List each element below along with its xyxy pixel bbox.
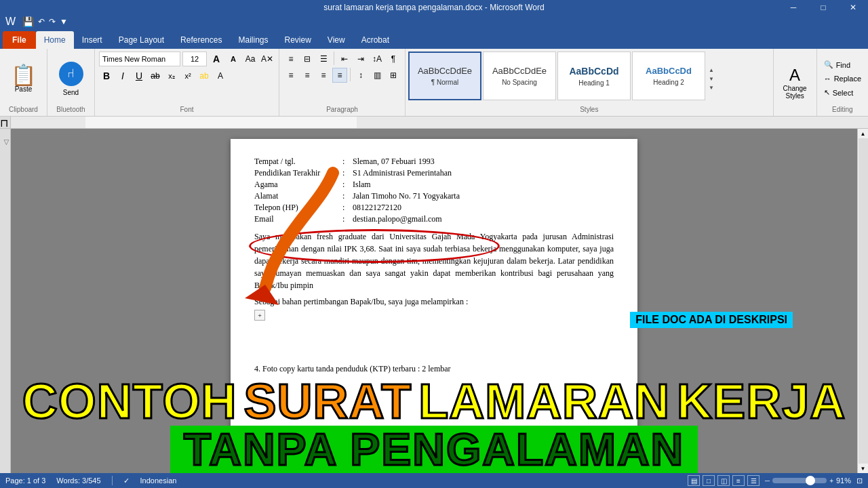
sort-btn[interactable]: ↕A [370, 52, 384, 66]
bluetooth-icon-btn[interactable]: ⑁ [59, 62, 83, 86]
bluetooth-icon: ⑁ [67, 66, 75, 81]
words-info: Words: 3/545 [56, 476, 100, 485]
styles-group: AaBbCcDdEe ¶ Normal AaBbCcDdEe No Spacin… [406, 49, 774, 116]
tab-review[interactable]: Review [276, 31, 319, 49]
style-no-spacing[interactable]: AaBbCcDdEe No Spacing [483, 52, 556, 100]
select-btn[interactable]: ↖ Select [821, 87, 864, 98]
editing-group: 🔍 Find ↔ Replace ↖ Select Editing [817, 49, 868, 116]
style-normal[interactable]: AaBbCcDdEe ¶ Normal [408, 52, 481, 100]
numbering-btn[interactable]: ⊟ [300, 52, 315, 66]
tab-page-layout[interactable]: Page Layout [111, 31, 172, 49]
align-right-btn[interactable]: ≡ [316, 68, 331, 83]
styles-scroller[interactable]: ▲ ▼ ▼ [707, 52, 716, 106]
increase-font-btn[interactable]: A [209, 52, 224, 66]
align-left-btn[interactable]: ≡ [283, 68, 298, 83]
clear-format-btn[interactable]: A✕ [260, 52, 275, 66]
tab-view[interactable]: View [319, 31, 353, 49]
view-buttons: ▤ □ ◫ ≡ ☰ [688, 475, 760, 486]
minimize-btn[interactable]: ─ [778, 0, 808, 15]
save-qat-btn[interactable]: 💾 [22, 16, 34, 27]
align-center-btn[interactable]: ≡ [300, 68, 315, 83]
page-info: Page: 1 of 3 [5, 476, 45, 485]
para-divider2 [350, 68, 351, 81]
field-label: Telepon (HP) [254, 202, 342, 214]
tab-home[interactable]: Home [36, 31, 74, 49]
increase-indent-btn[interactable]: ⇥ [353, 52, 368, 66]
subscript-btn[interactable]: x₂ [164, 68, 179, 83]
line-spacing-btn[interactable]: ↕ [353, 68, 368, 83]
borders-btn[interactable]: ⊞ [386, 68, 401, 83]
tab-references[interactable]: References [172, 31, 230, 49]
doc-scroll-area[interactable]: Tempat / tgl. : Sleman, 07 Febuari 1993 … [11, 129, 857, 473]
draft-btn[interactable]: ☰ [747, 475, 760, 486]
paste-btn[interactable]: 📋 Paste [5, 64, 41, 94]
styles-up-btn[interactable]: ▲ [707, 67, 716, 73]
insert-control[interactable]: + [254, 310, 265, 321]
tab-acrobat[interactable]: Acrobat [353, 31, 397, 49]
scroll-thumb[interactable] [859, 138, 868, 464]
multilevel-btn[interactable]: ☰ [316, 52, 331, 66]
scroll-down-btn[interactable]: ▼ [859, 464, 868, 473]
shading-btn[interactable]: ▥ [370, 68, 384, 83]
quick-access-toolbar: W 💾 ↶ ↷ ▼ [0, 15, 868, 28]
outline-btn[interactable]: ≡ [732, 475, 745, 486]
paste-icon: 📋 [11, 65, 36, 85]
scroll-up-btn[interactable]: ▲ [859, 129, 868, 138]
change-styles-group: A ChangeStyles [774, 49, 817, 116]
send-btn[interactable]: Send [63, 89, 79, 96]
italic-btn[interactable]: I [115, 68, 130, 83]
font-color-btn[interactable]: A [213, 68, 228, 83]
restore-btn[interactable]: □ [808, 0, 838, 15]
ruler-corner[interactable]: ⊓ [0, 117, 11, 129]
style-heading2-preview: AaBbCcDd [646, 66, 692, 76]
tab-mailings[interactable]: Mailings [230, 31, 276, 49]
print-layout-btn[interactable]: ▤ [688, 475, 700, 486]
table-row: Alamat : Jalan Timoho No. 71 Yogyakarta [254, 190, 614, 202]
left-panel[interactable]: ◁ [0, 129, 11, 473]
change-styles-icon: A [789, 66, 800, 85]
doc-spacer [254, 321, 614, 361]
style-heading2[interactable]: AaBbCcDd Heading 2 [632, 52, 705, 100]
styles-down-btn[interactable]: ▼ [707, 76, 716, 82]
field-value: Jalan Timoho No. 71 Yogyakarta [353, 190, 614, 202]
web-layout-btn[interactable]: ◫ [717, 475, 730, 486]
zoom-slider[interactable] [772, 478, 827, 483]
paragraph-1: Saya merupakan fresh graduate dari Unive… [254, 230, 614, 291]
zoom-out-btn[interactable]: ─ [765, 477, 770, 485]
font-name-input[interactable] [99, 52, 180, 66]
style-heading1-label: Heading 1 [578, 79, 610, 87]
undo-qat-btn[interactable]: ↶ [38, 17, 45, 26]
strikethrough-btn[interactable]: ab [148, 68, 163, 83]
replace-btn[interactable]: ↔ Replace [821, 73, 864, 84]
file-doc-badge: FILE DOC ADA DI DESKRIPSI [630, 312, 793, 328]
find-btn[interactable]: 🔍 Find [821, 59, 864, 70]
right-scrollbar[interactable]: ▲ ▼ [857, 129, 868, 473]
close-btn[interactable]: ✕ [838, 0, 868, 15]
show-para-btn[interactable]: ¶ [386, 52, 401, 66]
change-case-btn[interactable]: Aa [243, 52, 258, 66]
field-label: Email [254, 214, 342, 225]
zoom-in-btn[interactable]: + [829, 477, 833, 485]
font-group: A A Aa A✕ B I U ab x₂ x² ab A Font [95, 49, 279, 116]
underline-btn[interactable]: U [132, 68, 146, 83]
justify-btn[interactable]: ≡ [332, 68, 347, 83]
bold-btn[interactable]: B [99, 68, 114, 83]
tab-insert[interactable]: Insert [74, 31, 111, 49]
editing-group-label: Editing [821, 106, 864, 113]
superscript-btn[interactable]: x² [180, 68, 195, 83]
zoom-control: ─ + 91% [765, 476, 851, 485]
styles-more-btn[interactable]: ▼ [707, 85, 716, 91]
bullets-btn[interactable]: ≡ [283, 52, 298, 66]
decrease-indent-btn[interactable]: ⇤ [337, 52, 352, 66]
full-reading-btn[interactable]: □ [703, 475, 715, 486]
customize-qat-btn[interactable]: ▼ [60, 17, 68, 26]
redo-qat-btn[interactable]: ↷ [49, 17, 56, 26]
language-label: Indonesian [140, 476, 177, 485]
highlight-btn[interactable]: ab [197, 68, 212, 83]
fit-page-btn[interactable]: ⊡ [856, 476, 863, 485]
tab-file[interactable]: File [3, 31, 36, 49]
style-heading1[interactable]: AaBbCcDd Heading 1 [557, 52, 631, 100]
font-size-input[interactable] [182, 52, 207, 66]
decrease-font-btn[interactable]: A [226, 52, 241, 66]
change-styles-btn[interactable]: A ChangeStyles [779, 58, 811, 107]
